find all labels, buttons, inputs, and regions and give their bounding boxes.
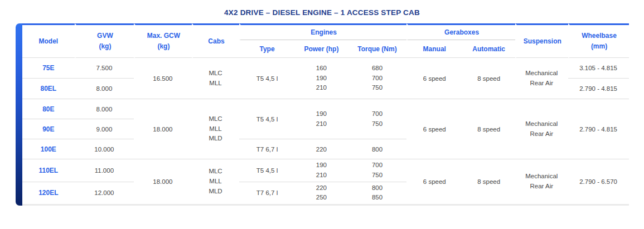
table-row: 110EL 11.000 18.000 MLC MLL MLD T5 4,5 l… [22,159,629,182]
cell-suspension: Mechanical Rear Air [515,99,568,159]
left-accent-bar [16,23,22,206]
cell-model: 80E [22,99,75,119]
col-group-engines: Engines [239,23,406,40]
cell-torque: 700 750 [348,159,407,182]
col-header-manual: Manual [406,40,462,58]
cell-gvw: 12.000 [75,182,134,204]
col-header-model: Model [22,23,75,58]
cell-power: 220 [295,139,348,159]
cell-suspension: Mechanical Rear Air [515,159,568,204]
table-row: 80E 8.000 18.000 MLC MLL MLD T5 4,5 l 19… [22,99,629,119]
cell-automatic-gearbox: 8 speed [462,99,515,159]
cell-manual-gearbox: 6 speed [406,99,462,159]
cell-suspension: Mechanical Rear Air [515,58,568,99]
spec-table: Model GVW (kg) Max. GCW (kg) Cabs Engine… [22,23,629,206]
col-header-automatic: Automatic [462,40,515,58]
col-header-torque: Torque (Nm) [348,40,407,58]
cell-torque: 700 750 [348,99,407,139]
cell-wheelbase: 3.105 - 4.815 [568,58,629,79]
table-row: 75E 7.500 16.500 MLC MLL T5 4,5 l 160 19… [22,58,629,79]
cell-wheelbase: 2.790 - 4.815 [568,99,629,159]
cell-automatic-gearbox: 8 speed [462,159,515,204]
cell-torque: 680 700 750 [348,58,407,99]
cell-max-gcw: 18.000 [134,159,192,204]
cell-power: 160 190 210 [295,58,348,99]
cell-manual-gearbox: 6 speed [406,159,462,204]
page-title: 4X2 DRIVE – DIESEL ENGINE – 1 ACCESS STE… [0,8,644,17]
cell-torque: 800 850 [348,182,407,204]
cell-engine-type: T7 6,7 l [239,182,295,204]
cell-cabs: MLC MLL [192,58,239,99]
col-header-cabs: Cabs [192,23,239,58]
cell-power: 190 210 [295,159,348,182]
cell-model: 120EL [22,182,75,204]
cell-gvw: 10.000 [75,139,134,159]
cell-torque: 800 [348,139,407,159]
cell-model: 100E [22,139,75,159]
cell-cabs: MLC MLL MLD [192,99,239,159]
cell-max-gcw: 16.500 [134,58,192,99]
cell-max-gcw: 18.000 [134,99,192,159]
col-group-gearboxes: Geraboxes [406,23,515,40]
cell-gvw: 11.000 [75,159,134,182]
cell-power: 190 210 [295,99,348,139]
cell-gvw: 8.000 [75,79,134,99]
cell-gvw: 7.500 [75,58,134,79]
cell-cabs: MLC MLL MLD [192,159,239,204]
cell-engine-type: T5 4,5 l [239,159,295,182]
col-header-wheelbase: Wheelbase (mm) [568,23,629,58]
cell-automatic-gearbox: 8 speed [462,58,515,99]
cell-gvw: 8.000 [75,99,134,119]
cell-engine-type: T5 4,5 l [239,99,295,139]
cell-power: 220 250 [295,182,348,204]
spec-table-container: Model GVW (kg) Max. GCW (kg) Cabs Engine… [16,23,629,206]
cell-model: 90E [22,119,75,139]
cell-model: 110EL [22,159,75,182]
cell-manual-gearbox: 6 speed [406,58,462,99]
cell-wheelbase: 2.790 - 6.570 [568,159,629,204]
cell-model: 80EL [22,79,75,99]
cell-gvw: 9.000 [75,119,134,139]
col-header-suspension: Suspension [515,23,568,58]
cell-model: 75E [22,58,75,79]
col-header-max-gcw: Max. GCW (kg) [134,23,192,58]
col-header-type: Type [239,40,295,58]
col-header-gvw: GVW (kg) [75,23,134,58]
cell-wheelbase: 2.790 - 4.815 [568,79,629,99]
cell-engine-type: T5 4,5 l [239,58,295,99]
header-row-groups: Model GVW (kg) Max. GCW (kg) Cabs Engine… [22,23,629,40]
cell-engine-type: T7 6,7 l [239,139,295,159]
col-header-power: Power (hp) [295,40,348,58]
